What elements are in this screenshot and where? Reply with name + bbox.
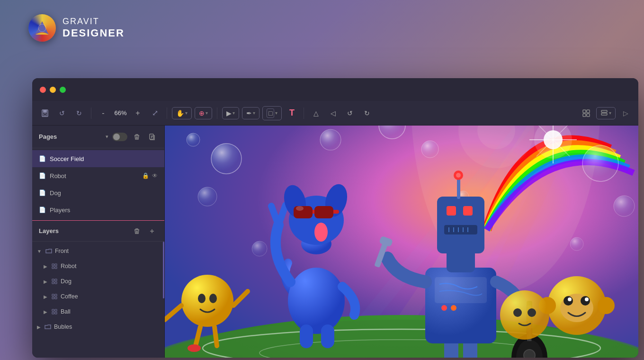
minimize-button[interactable] xyxy=(50,87,56,93)
svg-line-57 xyxy=(215,327,217,346)
layer-item-coffee[interactable]: ▶ Coffee xyxy=(32,289,164,304)
svg-rect-65 xyxy=(314,206,333,218)
undo-button[interactable]: ↺ xyxy=(55,106,69,120)
component-icon-2 xyxy=(51,278,58,285)
shape-tool-dropdown[interactable]: □ ▾ xyxy=(262,106,282,120)
pages-add-button[interactable] xyxy=(146,131,158,143)
arrow-tool-button[interactable]: ◁ xyxy=(326,106,340,120)
svg-point-56 xyxy=(188,344,201,352)
expand-arrow-coffee: ▶ xyxy=(44,294,47,299)
svg-point-106 xyxy=(581,296,590,306)
svg-point-39 xyxy=(421,141,438,158)
layer-name-dog: Dog xyxy=(61,278,160,285)
svg-rect-2 xyxy=(43,110,47,113)
layer-name-coffee: Coffee xyxy=(61,293,160,300)
fullscreen-button[interactable]: ⤢ xyxy=(148,106,162,120)
svg-point-51 xyxy=(198,294,206,303)
svg-point-50 xyxy=(181,275,233,327)
layer-item-front[interactable]: ▼ Front xyxy=(32,243,164,259)
layers-dropdown[interactable]: ▾ xyxy=(596,107,616,119)
redo-button[interactable]: ↻ xyxy=(72,106,86,120)
component-icon-3 xyxy=(51,293,58,300)
text-tool-button[interactable]: T xyxy=(285,106,299,120)
page-doc-icon-3: 📄 xyxy=(39,189,46,196)
brand-name-bottom: DESIGNER xyxy=(63,27,125,39)
layer-item-ball[interactable]: ▶ Ball xyxy=(32,304,164,319)
folder-icon-2 xyxy=(45,324,51,330)
layers-title: Layers xyxy=(39,227,127,234)
page-item-soccer-field[interactable]: 📄 Soccer Field xyxy=(32,150,164,167)
svg-rect-75 xyxy=(435,277,487,303)
layer-item-robot[interactable]: ▶ Robot xyxy=(32,259,164,274)
svg-point-111 xyxy=(500,290,549,340)
page-item-dog[interactable]: 📄 Dog xyxy=(32,184,164,201)
select-tool-dropdown[interactable]: ▶ ▾ xyxy=(222,107,239,119)
pages-delete-button[interactable] xyxy=(131,131,143,143)
pages-toggle[interactable] xyxy=(112,133,127,141)
layers-header: Layers xyxy=(32,221,164,242)
svg-rect-18 xyxy=(55,282,57,284)
svg-point-43 xyxy=(570,237,583,251)
svg-rect-69 xyxy=(321,324,334,348)
magnet-tool-dropdown[interactable]: ⊕ ▾ xyxy=(195,107,212,119)
eye-icon: 👁 xyxy=(152,172,158,179)
page-name-dog: Dog xyxy=(50,189,158,197)
zoom-out-button[interactable]: - xyxy=(96,106,110,120)
logo-text: GRAVIT DESIGNER xyxy=(63,17,125,39)
page-name-robot: Robot xyxy=(50,172,138,180)
svg-point-108 xyxy=(585,297,589,301)
layer-name-bubles: Bubles xyxy=(54,324,160,330)
rotate-ccw-button[interactable]: ↺ xyxy=(343,106,357,120)
expand-arrow-bubles: ▶ xyxy=(37,324,41,330)
page-item-players[interactable]: 📄 Players xyxy=(32,201,164,218)
svg-rect-20 xyxy=(55,294,57,296)
pages-header: Pages ▾ xyxy=(32,126,164,148)
svg-rect-6 xyxy=(583,114,586,117)
layers-list: ▼ Front ▶ xyxy=(32,242,164,358)
more-button[interactable]: ▷ xyxy=(618,106,633,120)
layer-item-bubles[interactable]: ▶ Bubles xyxy=(32,319,164,334)
layer-name-front: Front xyxy=(55,248,160,254)
close-button[interactable] xyxy=(40,87,46,93)
svg-rect-92 xyxy=(447,206,456,216)
page-doc-icon: 📄 xyxy=(39,155,46,162)
zoom-value: 66% xyxy=(112,109,129,117)
component-icon-4 xyxy=(51,308,58,315)
zoom-in-button[interactable]: + xyxy=(131,106,145,120)
hand-tool-dropdown[interactable]: ✋ ▾ xyxy=(172,107,192,119)
svg-point-40 xyxy=(320,129,341,150)
svg-rect-24 xyxy=(55,309,57,311)
svg-point-82 xyxy=(524,350,535,358)
svg-rect-5 xyxy=(587,110,590,113)
page-item-robot[interactable]: 📄 Robot 🔒 👁 xyxy=(32,167,164,184)
pages-list: 📄 Soccer Field 📄 Robot 🔒 👁 📄 Dog xyxy=(32,148,164,220)
svg-rect-13 xyxy=(52,267,54,269)
svg-rect-22 xyxy=(55,297,57,299)
svg-rect-26 xyxy=(55,312,57,314)
page-name-soccer-field: Soccer Field xyxy=(50,155,158,162)
layers-add-button[interactable] xyxy=(146,225,158,237)
triangle-tool-button[interactable]: △ xyxy=(309,106,323,120)
svg-point-42 xyxy=(614,196,635,216)
layer-name-robot: Robot xyxy=(61,263,160,270)
svg-rect-16 xyxy=(55,279,57,281)
toolbar: ↺ ↻ - 66% + ⤢ ✋ ▾ ⊕ ▾ xyxy=(32,101,638,126)
pen-tool-dropdown[interactable]: ✒ ▾ xyxy=(242,107,259,119)
maximize-button[interactable] xyxy=(60,87,66,93)
svg-rect-23 xyxy=(52,309,54,311)
rotate-cw-button[interactable]: ↻ xyxy=(360,106,374,120)
scroll-bar xyxy=(163,242,164,298)
brand-name-top: GRAVIT xyxy=(63,17,125,27)
grid-button[interactable] xyxy=(579,106,593,120)
layer-item-dog[interactable]: ▶ Dog xyxy=(32,274,164,289)
svg-rect-4 xyxy=(583,110,586,113)
layer-name-ball: Ball xyxy=(61,308,160,315)
svg-point-113 xyxy=(528,308,536,317)
svg-rect-7 xyxy=(587,114,590,117)
svg-rect-17 xyxy=(52,282,54,284)
layers-delete-button[interactable] xyxy=(131,225,143,237)
folder-icon xyxy=(45,248,52,254)
save-button[interactable] xyxy=(38,106,52,120)
canvas-area xyxy=(165,126,638,358)
svg-point-66 xyxy=(296,206,304,211)
